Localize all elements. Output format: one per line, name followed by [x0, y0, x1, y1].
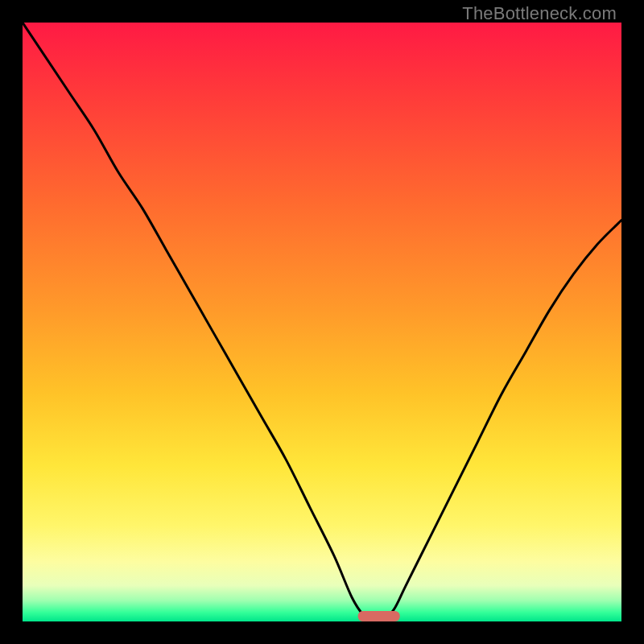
optimal-marker: [358, 611, 400, 621]
watermark-text: TheBottleneck.com: [462, 3, 617, 24]
chart-frame: [23, 23, 621, 621]
bottleneck-chart: [23, 23, 621, 621]
